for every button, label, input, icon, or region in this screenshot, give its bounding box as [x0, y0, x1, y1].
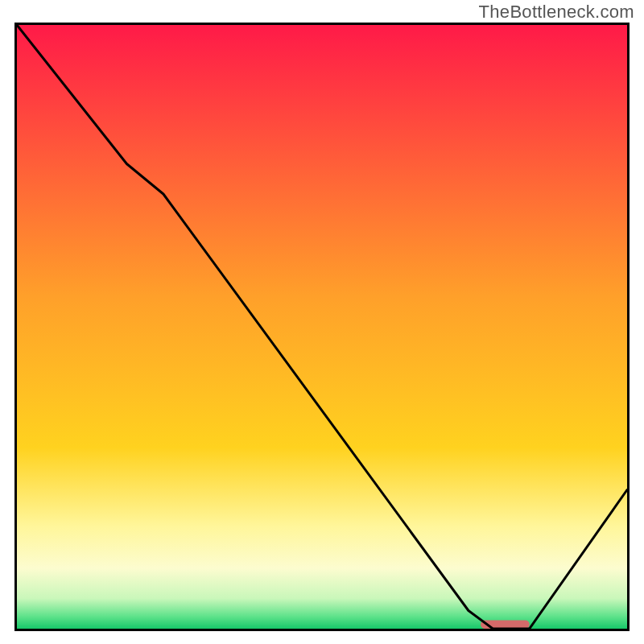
plot-svg: [17, 25, 627, 629]
chart-container: TheBottleneck.com: [0, 0, 644, 644]
background-gradient: [17, 25, 627, 629]
plot-frame: [14, 23, 630, 631]
watermark-text: TheBottleneck.com: [479, 2, 634, 23]
